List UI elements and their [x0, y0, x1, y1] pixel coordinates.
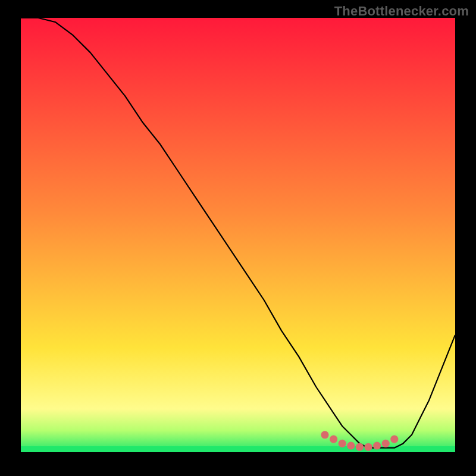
marker-dot: [321, 431, 328, 439]
marker-dot: [390, 436, 398, 443]
watermark-text: TheBottlenecker.com: [334, 4, 469, 19]
marker-dot: [347, 441, 355, 449]
marker-dot: [364, 443, 372, 451]
bottleneck-curve-svg: [21, 18, 455, 452]
marker-dot: [356, 443, 364, 451]
chart-plot-area: [21, 18, 455, 452]
marker-dot: [382, 440, 390, 447]
marker-dot: [373, 441, 381, 449]
marker-dot: [330, 436, 337, 443]
marker-dot: [339, 440, 346, 447]
bottleneck-curve-line: [21, 18, 455, 448]
